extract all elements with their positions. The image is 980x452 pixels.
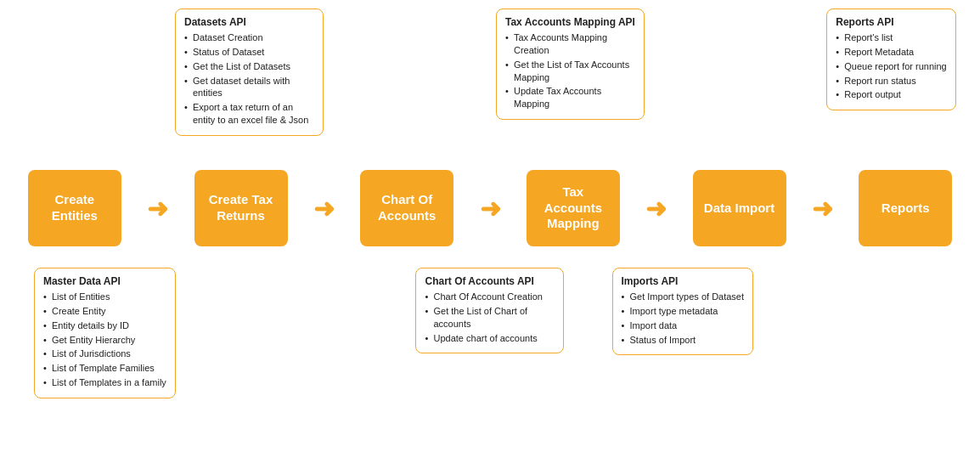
data-import-box: Data Import bbox=[693, 170, 786, 246]
top-slot-2: Datasets API Dataset Creation Status of … bbox=[169, 8, 329, 136]
bottom-api-row: Master Data API List of Entities Create … bbox=[8, 268, 972, 398]
master-data-api-item: Entity details by ID bbox=[43, 319, 166, 332]
reports-api-item: Report Metadata bbox=[836, 46, 946, 59]
reports-api-item: Report output bbox=[836, 88, 946, 101]
reports-api-list: Report's list Report Metadata Queue repo… bbox=[836, 31, 946, 101]
diagram: Datasets API Dataset Creation Status of … bbox=[0, 0, 980, 452]
bottom-slot-1: Master Data API List of Entities Create … bbox=[8, 268, 201, 398]
imports-api-list: Get Import types of Dataset Import type … bbox=[622, 291, 745, 346]
datasets-api-item: Get the List of Datasets bbox=[184, 60, 314, 73]
process-slot-2: Create TaxReturns bbox=[175, 170, 307, 246]
datasets-api-item: Dataset Creation bbox=[184, 31, 314, 44]
imports-api-item: Import data bbox=[622, 319, 745, 332]
create-entities-box: CreateEntities bbox=[28, 170, 121, 246]
process-slot-4: TaxAccountsMapping bbox=[507, 170, 639, 246]
process-slot-3: Chart OfAccounts bbox=[341, 170, 473, 246]
arrow-1: ➜ bbox=[141, 194, 175, 223]
reports-api-item: Report's list bbox=[836, 31, 946, 44]
datasets-api-list: Dataset Creation Status of Dataset Get t… bbox=[184, 31, 314, 127]
datasets-api-item: Get dataset details with entities bbox=[184, 75, 314, 100]
imports-api-item: Get Import types of Dataset bbox=[622, 291, 745, 303]
process-slot-1: CreateEntities bbox=[8, 170, 141, 246]
tax-accounts-mapping-api-item: Tax Accounts Mapping Creation bbox=[505, 31, 635, 57]
chart-of-accounts-api-item: Get the List of Chart of accounts bbox=[425, 305, 555, 331]
tax-accounts-mapping-box: TaxAccountsMapping bbox=[527, 170, 620, 246]
tax-accounts-mapping-api-list: Tax Accounts Mapping Creation Get the Li… bbox=[505, 31, 635, 110]
reports-api-box: Reports API Report's list Report Metadat… bbox=[826, 8, 955, 110]
create-tax-returns-box: Create TaxReturns bbox=[194, 170, 288, 246]
master-data-api-item: Get Entity Hierarchy bbox=[43, 334, 166, 347]
chart-of-accounts-api-box: Chart Of Accounts API Chart Of Account C… bbox=[415, 268, 564, 353]
chart-of-accounts-api-item: Update chart of accounts bbox=[425, 332, 555, 345]
tax-accounts-mapping-api-item: Get the List of Tax Accounts Mapping bbox=[505, 59, 635, 84]
bottom-slot-4: Imports API Get Import types of Dataset … bbox=[586, 268, 779, 355]
arrow-3: ➜ bbox=[473, 194, 507, 223]
process-slot-5: Data Import bbox=[673, 170, 806, 246]
master-data-api-item: List of Jurisdictions bbox=[43, 347, 166, 360]
tax-accounts-mapping-api-title: Tax Accounts Mapping API bbox=[505, 16, 635, 28]
process-row: CreateEntities ➜ Create TaxReturns ➜ Cha… bbox=[8, 170, 972, 246]
chart-of-accounts-api-title: Chart Of Accounts API bbox=[425, 275, 555, 287]
arrow-4: ➜ bbox=[639, 194, 673, 223]
chart-of-accounts-api-item: Chart Of Account Creation bbox=[425, 291, 555, 303]
tax-accounts-mapping-api-item: Update Tax Accounts Mapping bbox=[505, 85, 635, 110]
datasets-api-item: Export a tax return of an entity to an e… bbox=[184, 101, 314, 127]
datasets-api-box: Datasets API Dataset Creation Status of … bbox=[175, 8, 324, 136]
chart-of-accounts-api-list: Chart Of Account Creation Get the List o… bbox=[425, 291, 555, 344]
tax-accounts-mapping-api-box: Tax Accounts Mapping API Tax Accounts Ma… bbox=[496, 8, 645, 120]
imports-api-box: Imports API Get Import types of Dataset … bbox=[612, 268, 754, 355]
process-slot-6: Reports bbox=[839, 170, 972, 246]
master-data-api-item: List of Entities bbox=[43, 291, 166, 303]
master-data-api-box: Master Data API List of Entities Create … bbox=[34, 268, 176, 398]
top-slot-6: Reports API Report's list Report Metadat… bbox=[811, 8, 972, 110]
chart-of-accounts-box: Chart OfAccounts bbox=[360, 170, 453, 246]
master-data-api-item: Create Entity bbox=[43, 305, 166, 318]
master-data-api-item: List of Template Families bbox=[43, 362, 166, 375]
reports-box: Reports bbox=[859, 170, 952, 246]
master-data-api-item: List of Templates in a family bbox=[43, 376, 166, 389]
datasets-api-item: Status of Dataset bbox=[184, 46, 314, 59]
imports-api-item: Import type metadata bbox=[622, 305, 745, 318]
datasets-api-title: Datasets API bbox=[184, 16, 314, 28]
arrow-5: ➜ bbox=[805, 194, 839, 223]
reports-api-title: Reports API bbox=[836, 16, 946, 28]
imports-api-item: Status of Import bbox=[622, 334, 745, 347]
reports-api-item: Queue report for running bbox=[836, 60, 946, 73]
master-data-api-title: Master Data API bbox=[43, 275, 166, 287]
top-api-row: Datasets API Dataset Creation Status of … bbox=[8, 8, 972, 136]
top-slot-4: Tax Accounts Mapping API Tax Accounts Ma… bbox=[490, 8, 651, 120]
arrow-2: ➜ bbox=[307, 194, 341, 223]
master-data-api-list: List of Entities Create Entity Entity de… bbox=[43, 291, 166, 389]
imports-api-title: Imports API bbox=[622, 275, 745, 287]
bottom-slot-3: Chart Of Accounts API Chart Of Account C… bbox=[394, 268, 587, 353]
reports-api-item: Report run status bbox=[836, 75, 946, 88]
